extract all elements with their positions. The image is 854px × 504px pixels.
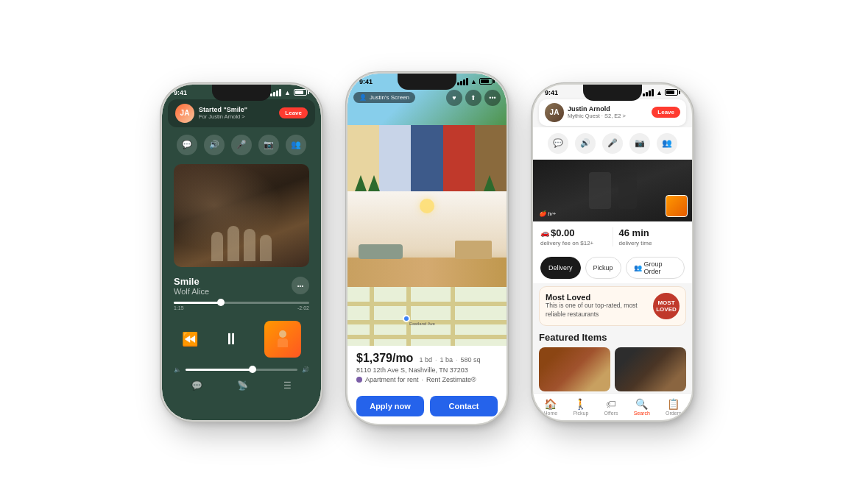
delivery-time-value: 46 min: [619, 227, 685, 238]
apply-now-button[interactable]: Apply now: [356, 396, 424, 416]
search-nav-icon: 🔍: [635, 398, 648, 410]
people-icon[interactable]: 👥: [286, 135, 306, 155]
most-loved-text: Most Loved This is one of our top-rated,…: [546, 293, 647, 318]
food-image-1: [539, 347, 610, 391]
right-camera-icon[interactable]: 📷: [629, 133, 650, 154]
bottom-nav: 🏠 Home 🚶 Pickup 🏷 Offers 🔍 Search 📋: [533, 393, 692, 420]
group-order-button[interactable]: 👥 Group Order: [626, 257, 685, 279]
speaker-icon[interactable]: 🔊: [204, 135, 225, 155]
pause-button[interactable]: ⏸: [215, 323, 247, 355]
silhouette-2: [227, 226, 239, 261]
bottom-controls: 💬 📡 ☰: [162, 376, 321, 395]
shareplay-person-icon: 👤: [359, 94, 367, 101]
signal-icon: [270, 89, 281, 96]
lyrics-icon[interactable]: 💬: [191, 380, 202, 391]
camera-icon[interactable]: 📷: [258, 135, 279, 155]
album-art-inner: [174, 164, 309, 267]
delivery-fee-stat: 🚗 $0.00 delivery fee on $12+: [540, 227, 607, 246]
tv-plus-logo: 🍎 tv+: [539, 210, 556, 217]
time-remaining: -2:02: [297, 305, 309, 310]
right-message-icon[interactable]: 💬: [548, 133, 568, 154]
nav-offers[interactable]: 🏷 Offers: [604, 398, 618, 416]
message-icon[interactable]: 💬: [177, 135, 197, 155]
right-leave-button[interactable]: Leave: [652, 107, 680, 118]
heart-icon[interactable]: ♥: [446, 90, 462, 106]
silhouette-3: [244, 229, 255, 261]
map-road-v3: [451, 287, 455, 346]
more-options-button[interactable]: •••: [292, 277, 309, 294]
leave-button[interactable]: Leave: [279, 107, 308, 118]
property-price: $1,379/mo: [356, 352, 413, 365]
offers-nav-label: Offers: [604, 411, 618, 416]
divider: [613, 227, 613, 246]
pickup-button[interactable]: Pickup: [585, 257, 621, 279]
right-avatar: JA: [545, 103, 564, 122]
delivery-button[interactable]: Delivery: [540, 257, 581, 279]
baths-spec: 1 ba: [440, 356, 453, 363]
map-section: Eastland Ave: [347, 287, 507, 346]
home-nav-label: Home: [544, 411, 558, 416]
album-art: [174, 164, 309, 267]
delivery-fee-label: delivery fee on $12+: [540, 240, 607, 246]
queue-icon[interactable]: ☰: [283, 380, 292, 391]
volume-fill: [186, 369, 253, 371]
share-icon[interactable]: ⬆: [465, 90, 481, 106]
playback-controls: ⏪ ⏸: [162, 315, 321, 363]
most-loved-card: Most Loved This is one of our top-rated,…: [539, 286, 686, 326]
right-signal-icon: [643, 89, 654, 96]
featured-item-1[interactable]: [539, 347, 610, 391]
nav-search[interactable]: 🔍 Search: [634, 398, 650, 416]
mic-icon[interactable]: 🎤: [231, 135, 252, 155]
furniture-table: [455, 241, 492, 259]
featured-item-2[interactable]: [615, 347, 686, 391]
map-street-label: Eastland Ave: [409, 322, 435, 326]
right-speaker-icon[interactable]: 🔊: [575, 133, 596, 154]
avatar: JA: [175, 104, 194, 123]
tree-group-right: [484, 175, 495, 191]
th-body-2: [379, 125, 411, 191]
map-pin: [403, 315, 410, 322]
map-road-v1: [370, 287, 374, 346]
left-screen: 9:41 ▲ JA: [162, 85, 321, 420]
th-body-4: [443, 125, 475, 191]
furniture-couch: [359, 244, 403, 259]
song-artist: Wolf Alice: [174, 287, 209, 296]
nav-orders[interactable]: 📋 Orders: [666, 398, 681, 416]
pip-thumbnail[interactable]: [264, 321, 301, 358]
right-people-icon[interactable]: 👥: [657, 133, 677, 154]
right-mic-icon[interactable]: 🎤: [602, 133, 623, 154]
person-silhouette-2: [618, 180, 637, 209]
time-labels: 1:15 -2:02: [174, 304, 309, 312]
townhouse-3: [411, 125, 442, 191]
middle-screen: 9:41 ▲: [347, 74, 507, 424]
volume-bar[interactable]: 🔈 🔊: [174, 366, 309, 373]
beds-spec: 1 bd: [419, 356, 432, 363]
townhouse-2: [379, 125, 411, 191]
group-label: Group Order: [644, 260, 677, 275]
notch-right: [583, 85, 642, 101]
orders-nav-label: Orders: [666, 411, 681, 416]
action-buttons: Apply now Contact: [347, 391, 507, 424]
nav-pickup[interactable]: 🚶 Pickup: [573, 398, 588, 416]
tree-2: [368, 175, 380, 191]
notch-middle: [398, 74, 456, 90]
wifi-icon: ▲: [284, 89, 291, 96]
battery-icon: [294, 89, 309, 96]
more-icon[interactable]: •••: [484, 90, 501, 106]
nav-home[interactable]: 🏠 Home: [544, 398, 558, 416]
progress-bar[interactable]: 1:15 -2:02: [174, 302, 309, 312]
contact-button[interactable]: Contact: [430, 396, 498, 416]
delivery-info: 🚗 $0.00 delivery fee on $12+ 46 min deli…: [533, 221, 692, 252]
pickup-nav-label: Pickup: [573, 411, 588, 416]
group-icon: 👥: [634, 264, 642, 271]
silhouettes: [211, 226, 272, 261]
rewind-button[interactable]: ⏪: [182, 331, 198, 347]
airplay-icon[interactable]: 📡: [237, 380, 248, 391]
order-type-buttons: Delivery Pickup 👥 Group Order: [533, 252, 692, 283]
sqft-spec: 580 sq: [460, 356, 480, 363]
orders-nav-icon: 📋: [667, 398, 680, 410]
zestimate-label: Rent Zestimate®: [426, 376, 476, 383]
floor: [347, 258, 507, 287]
shareplay-label: 👤 Justin's Screen: [353, 92, 415, 103]
video-thumbnail: 🍎 tv+: [533, 160, 692, 221]
